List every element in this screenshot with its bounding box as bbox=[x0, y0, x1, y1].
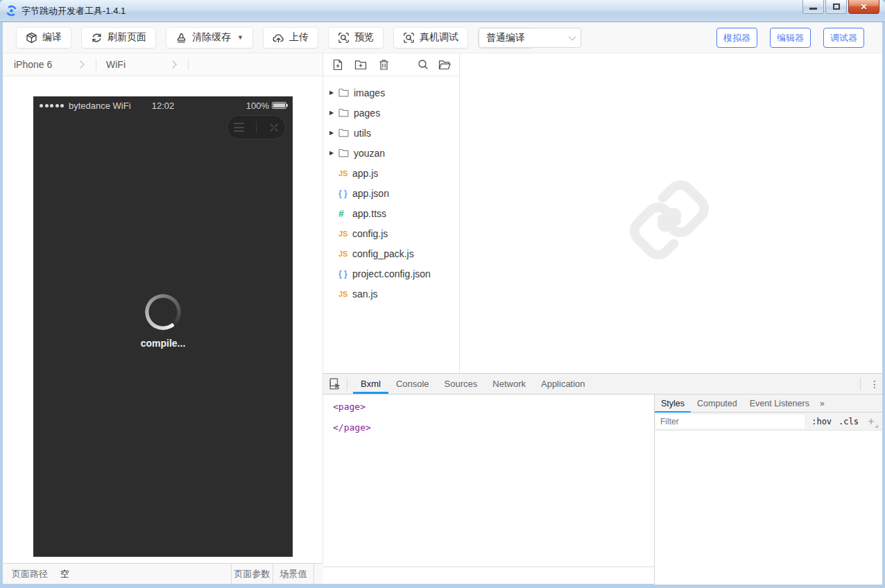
new-file-button[interactable] bbox=[331, 58, 345, 71]
maximize-button[interactable] bbox=[825, 0, 847, 14]
open-folder-button[interactable] bbox=[438, 58, 452, 71]
device-name: iPhone 6 bbox=[14, 59, 52, 70]
tab-application[interactable]: Application bbox=[533, 374, 593, 394]
upload-button[interactable]: 上传 bbox=[264, 28, 318, 48]
divider bbox=[347, 378, 347, 390]
tree-file-config-js[interactable]: JS config.js bbox=[323, 223, 459, 243]
device-selector[interactable]: iPhone 6 bbox=[14, 59, 86, 70]
preview-label: 预览 bbox=[354, 31, 374, 44]
debugger-toggle-button[interactable]: 调试器 bbox=[823, 28, 864, 48]
package-icon bbox=[26, 32, 37, 44]
device-bar: iPhone 6 WiFi bbox=[3, 53, 323, 76]
folder-icon bbox=[338, 88, 349, 97]
tree-folder-images[interactable]: ▶ images bbox=[323, 83, 459, 103]
folder-icon bbox=[338, 128, 349, 137]
inspect-cursor-icon bbox=[329, 378, 341, 390]
page-params-tab[interactable]: 页面参数 bbox=[231, 564, 273, 584]
minimize-button[interactable] bbox=[802, 0, 824, 14]
styles-filter-input[interactable] bbox=[655, 415, 805, 429]
simulator-status-bar: 页面路径 空 页面参数 场景值 bbox=[3, 563, 323, 584]
search-icon bbox=[418, 59, 429, 70]
capsule-close-icon[interactable] bbox=[268, 122, 280, 133]
js-file-icon: JS bbox=[338, 290, 352, 298]
inspect-element-button[interactable] bbox=[323, 374, 347, 394]
folder-name: utils bbox=[354, 128, 371, 139]
delete-file-button[interactable] bbox=[377, 58, 390, 71]
carrier-label: bytedance WiFi bbox=[69, 101, 131, 111]
refresh-label: 刷新页面 bbox=[108, 31, 146, 44]
tree-folder-utils[interactable]: ▶ utils bbox=[323, 123, 459, 143]
tab-styles[interactable]: Styles bbox=[655, 395, 691, 413]
compile-mode-select[interactable]: 普通编译 bbox=[479, 28, 581, 48]
bxml-code-view[interactable]: <page> </page> bbox=[323, 395, 654, 567]
devtools-panel: Bxml Console Sources Network Application… bbox=[323, 373, 882, 584]
tree-folder-youzan[interactable]: ▶ youzan bbox=[323, 143, 459, 163]
tree-file-san-js[interactable]: JS san.js bbox=[323, 284, 459, 304]
folder-icon bbox=[338, 108, 349, 117]
scene-value-tab[interactable]: 场景值 bbox=[273, 564, 314, 584]
folder-name: youzan bbox=[354, 148, 385, 159]
editor-toggle-button[interactable]: 编辑器 bbox=[770, 28, 811, 48]
phone-screen[interactable]: bytedance WiFi 12:02 100% com bbox=[33, 96, 293, 557]
upload-label: 上传 bbox=[289, 31, 309, 44]
tab-console[interactable]: Console bbox=[388, 374, 437, 394]
folder-name: pages bbox=[354, 107, 380, 119]
tree-file-app-ttss[interactable]: # app.ttss bbox=[323, 203, 459, 223]
loading-spinner-icon bbox=[145, 294, 181, 330]
tab-bxml[interactable]: Bxml bbox=[353, 374, 388, 394]
clear-cache-icon bbox=[175, 32, 187, 44]
code-line[interactable]: <page> bbox=[333, 398, 654, 419]
new-folder-button[interactable] bbox=[354, 58, 368, 71]
new-style-rule-button[interactable]: + bbox=[864, 415, 878, 429]
tab-computed[interactable]: Computed bbox=[691, 395, 744, 413]
app-content: 编译 刷新页面 清除缓存 ▼ bbox=[3, 22, 882, 584]
refresh-icon bbox=[91, 32, 103, 44]
tab-event-listeners[interactable]: Event Listeners bbox=[744, 395, 816, 413]
new-file-icon bbox=[332, 59, 343, 71]
simulator-toggle-button[interactable]: 模拟器 bbox=[716, 28, 757, 48]
divider bbox=[256, 121, 257, 133]
capsule-menu-icon[interactable] bbox=[234, 123, 244, 132]
tab-network[interactable]: Network bbox=[485, 374, 533, 394]
compile-button[interactable]: 编译 bbox=[17, 28, 71, 48]
js-file-icon: JS bbox=[338, 169, 352, 178]
clear-cache-button[interactable]: 清除缓存 ▼ bbox=[166, 28, 252, 48]
tab-sources[interactable]: Sources bbox=[437, 374, 486, 394]
divider bbox=[96, 59, 96, 70]
refresh-page-button[interactable]: 刷新页面 bbox=[82, 28, 155, 48]
caret-right-icon[interactable]: ▶ bbox=[329, 150, 338, 156]
preview-button[interactable]: 预览 bbox=[329, 28, 383, 48]
tree-file-project-config-json[interactable]: { } project.config.json bbox=[323, 263, 459, 284]
open-folder-icon bbox=[438, 60, 451, 70]
file-tree: ▶ images ▶ pages ▶ bbox=[323, 76, 459, 304]
styles-content-empty bbox=[655, 431, 882, 585]
battery-percent: 100% bbox=[246, 101, 269, 111]
title-bar: 字节跳动开发者工具-1.4.1 ✕ bbox=[0, 0, 885, 22]
simulator-panel: iPhone 6 WiFi bytedance WiFi 12:02 100% bbox=[3, 53, 323, 584]
battery-icon bbox=[272, 102, 286, 109]
toggle-class-button[interactable]: .cls bbox=[839, 417, 859, 426]
devtools-sidebar: Styles Computed Event Listeners » :hov .… bbox=[654, 395, 882, 585]
json-file-icon: { } bbox=[338, 269, 352, 279]
tree-folder-pages[interactable]: ▶ pages bbox=[323, 103, 459, 123]
sidebar-overflow-icon[interactable]: » bbox=[820, 399, 825, 408]
clear-cache-label: 清除缓存 bbox=[192, 31, 231, 44]
tree-file-app-js[interactable]: JS app.js bbox=[323, 163, 459, 183]
more-menu-icon[interactable]: ⋮ bbox=[867, 379, 882, 390]
caret-right-icon[interactable]: ▶ bbox=[329, 110, 338, 116]
network-selector[interactable]: WiFi bbox=[106, 59, 178, 70]
code-line[interactable]: </page> bbox=[333, 419, 654, 440]
close-button[interactable]: ✕ bbox=[848, 0, 879, 14]
caret-right-icon[interactable]: ▶ bbox=[329, 89, 338, 96]
network-name: WiFi bbox=[106, 59, 126, 70]
file-name: project.config.json bbox=[352, 268, 431, 279]
search-files-button[interactable] bbox=[416, 58, 430, 71]
file-toolbar bbox=[323, 53, 459, 76]
caret-right-icon[interactable]: ▶ bbox=[329, 130, 338, 136]
tree-file-config-pack-js[interactable]: JS config_pack.js bbox=[323, 243, 459, 263]
window-title: 字节跳动开发者工具-1.4.1 bbox=[22, 5, 126, 17]
toggle-hover-state-button[interactable]: :hov bbox=[811, 417, 832, 426]
folder-icon bbox=[338, 148, 349, 157]
tree-file-app-json[interactable]: { } app.json bbox=[323, 183, 459, 203]
remote-debug-button[interactable]: 真机调试 bbox=[394, 28, 467, 48]
